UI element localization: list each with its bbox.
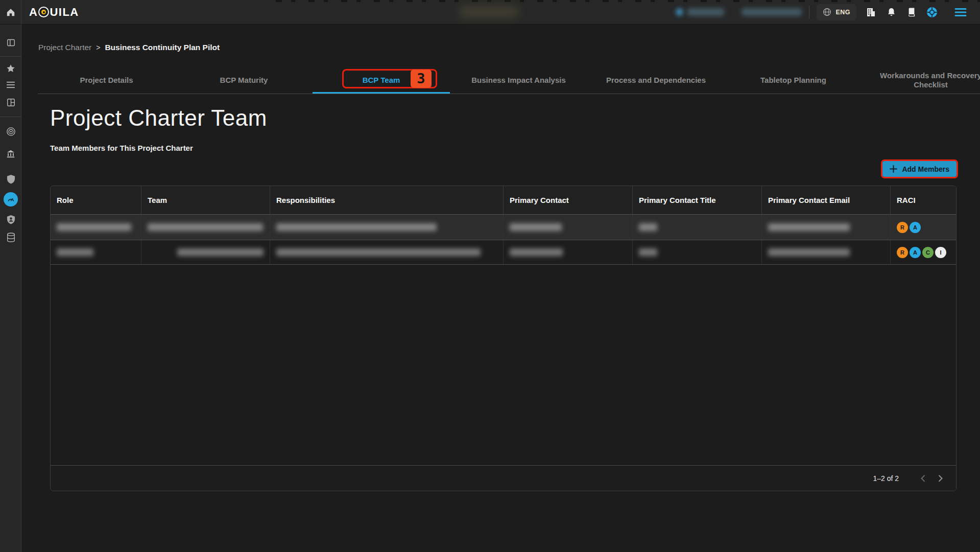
top-navbar: AUILA ENG [0,0,980,25]
list-menu-icon [6,81,15,88]
tab-workarounds-recovery-checklist[interactable]: Workarounds and Recovery Checklist [862,66,980,94]
annotation-number-badge: 3 [411,70,432,88]
redacted-cell-primary-contact-email [768,223,850,231]
next-page-button[interactable] [931,470,949,487]
raci-badge-consulted: C [922,247,934,258]
knowledge-base-button[interactable] [901,2,922,22]
redacted-text [742,8,802,16]
star-icon [6,64,15,73]
column-header-role: Role [51,186,141,214]
column-header-raci: RACI [891,186,956,214]
app-logo: AUILA [29,6,79,19]
tab-bar: Project Details BCP Maturity BCP Team 3 … [38,66,980,94]
sidebar-item-risk-radar[interactable] [0,123,21,140]
page-subtitle: Team Members for This Project Charter [50,144,193,152]
redacted-text [687,8,724,16]
chevron-left-icon [920,474,926,482]
tab-business-impact-analysis[interactable]: Business Impact Analysis [450,66,587,94]
tab-label: Process and Dependencies [606,76,706,85]
pagination-range-label: 1–2 of 2 [873,474,899,482]
column-header-primary-contact: Primary Contact [504,186,633,214]
tab-label: BCP Team [363,76,400,85]
raci-badge-responsible: R [897,247,908,258]
shield-user-icon [7,215,15,224]
logo-text-rest: UILA [50,6,79,19]
previous-page-button[interactable] [914,470,931,487]
redacted-cell-primary-contact-title [639,223,657,231]
sidebar-divider [0,117,21,117]
sidebar-item-access[interactable] [0,211,21,228]
book-icon [907,7,916,17]
sidebar-item-favorites[interactable] [0,60,21,77]
sidebar-item-panel[interactable] [0,34,21,51]
organization-button[interactable] [861,2,881,22]
chevron-right-icon [938,474,943,482]
tab-label: BCP Maturity [220,76,268,85]
tab-tabletop-planning[interactable]: Tabletop Planning [725,66,862,94]
table-row[interactable]: R A [51,215,956,240]
gauge-icon [7,196,15,203]
database-icon [7,233,15,242]
notifications-button[interactable] [881,2,901,22]
column-header-primary-contact-title: Primary Contact Title [633,186,762,214]
active-indicator [4,192,18,206]
logo-q-icon [38,7,49,17]
tab-bcp-team[interactable]: BCP Team 3 [313,66,450,94]
raci-badge-informed: I [935,247,946,258]
help-button[interactable] [922,2,942,22]
breadcrumb-separator: > [96,43,100,52]
raci-badge-accountable: A [910,222,921,233]
redacted-avatar [676,8,683,16]
page-title: Project Charter Team [50,105,267,131]
globe-icon [823,8,831,16]
redacted-text [460,6,518,17]
left-sidebar [0,25,21,552]
logo-text: A [29,6,38,19]
add-members-button[interactable]: Add Members [882,161,957,177]
tab-process-and-dependencies[interactable]: Process and Dependencies [587,66,725,94]
main-menu-button[interactable] [950,2,971,22]
tab-label: Workarounds and Recovery Checklist [868,71,980,89]
column-header-team: Team [141,186,270,214]
column-header-responsibilities: Responsibilities [270,186,504,214]
table-empty-area [51,265,956,465]
shield-icon [7,174,15,184]
raci-badge-responsible: R [897,222,908,233]
sidebar-item-list[interactable] [0,76,21,94]
redacted-cell-responsibilities [276,248,481,256]
bell-icon [887,7,896,17]
table-row[interactable]: R A C I [51,240,956,265]
main-content: Project Charter > Business Continuity Pl… [21,25,980,552]
bank-icon [6,149,15,158]
home-icon [6,8,15,17]
navbar-divider [809,6,809,19]
annotation-highlight-box: Add Members [881,159,958,178]
home-button[interactable] [0,0,21,25]
hamburger-menu-icon [954,8,967,17]
sidebar-item-security[interactable] [0,170,21,188]
add-members-label: Add Members [902,165,949,173]
tab-label: Project Details [80,76,133,85]
top-edge-redaction [276,0,980,2]
help-lifebuoy-icon [926,7,938,18]
sidebar-item-bcp-active[interactable] [0,191,21,208]
language-selector[interactable]: ENG [817,4,856,20]
panel-icon [7,38,15,47]
tab-project-details[interactable]: Project Details [38,66,175,94]
breadcrumb: Project Charter > Business Continuity Pl… [38,43,220,52]
sidebar-item-institution[interactable] [0,145,21,163]
plus-icon [890,165,897,173]
sidebar-item-dashboard[interactable] [0,94,21,111]
redacted-cell-primary-contact [510,248,563,256]
redacted-cell-team [177,248,264,256]
tab-label: Business Impact Analysis [471,76,566,85]
redacted-cell-primary-contact-email [768,248,850,256]
tab-bcp-maturity[interactable]: BCP Maturity [175,66,313,94]
sidebar-item-data[interactable] [0,228,21,246]
column-header-primary-contact-email: Primary Contact Email [762,186,891,214]
redacted-cell-primary-contact-title [639,248,657,256]
dashboard-grid-icon [7,98,15,107]
sidebar-divider [0,56,21,57]
table-header-row: Role Team Responsibilities Primary Conta… [51,186,956,215]
breadcrumb-parent[interactable]: Project Charter [38,43,91,52]
